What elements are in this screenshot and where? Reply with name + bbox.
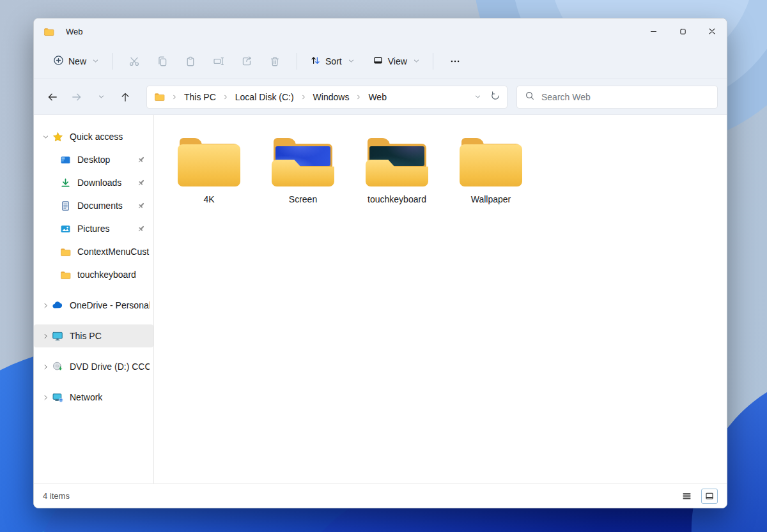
documents-icon	[59, 200, 71, 211]
chevron-down-icon	[348, 56, 355, 66]
sidebar-item-label: Pictures	[77, 224, 133, 234]
details-view-button[interactable]	[678, 489, 695, 504]
thispc-icon	[52, 330, 63, 342]
sidebar-item-label: Documents	[77, 201, 133, 211]
pin-icon	[136, 155, 146, 165]
pictures-icon	[59, 223, 71, 234]
address-folder-icon	[153, 91, 165, 103]
status-bar: 4 items	[34, 483, 727, 508]
new-button[interactable]: New	[48, 51, 104, 72]
address-bar[interactable]: This PCLocal Disk (C:)WindowsWeb	[146, 86, 507, 109]
command-toolbar: New Sort View	[34, 44, 727, 79]
folder-tile-4k[interactable]: 4K	[173, 137, 245, 204]
folder-name: Screen	[289, 194, 317, 204]
address-dropdown-chevron-icon[interactable]	[474, 91, 481, 103]
sidebar-item-label: OneDrive - Personal	[70, 300, 150, 310]
large-icons-view-button[interactable]	[701, 489, 718, 504]
sidebar-item-dvd-drive-d-ccco[interactable]: DVD Drive (D:) CCCO	[34, 355, 153, 378]
up-button[interactable]	[113, 86, 137, 108]
sort-arrows-icon	[310, 55, 321, 68]
maximize-button[interactable]	[668, 19, 697, 44]
folder-tile-screen[interactable]: Screen	[267, 137, 339, 204]
chevron-down-icon	[92, 56, 99, 66]
sidebar-item-onedrive-personal[interactable]: OneDrive - Personal	[34, 294, 153, 317]
address-bar-row: This PCLocal Disk (C:)WindowsWeb	[34, 79, 727, 115]
rename-button[interactable]	[205, 50, 233, 72]
recent-locations-button[interactable]	[89, 86, 113, 108]
folder-contents[interactable]: 4K Screen touchkeyboard Wallpaper	[154, 115, 727, 483]
close-button[interactable]	[697, 19, 727, 44]
sidebar-item-label: Quick access	[70, 132, 150, 142]
folder-name: 4K	[203, 194, 214, 204]
copy-button[interactable]	[148, 50, 176, 72]
titlebar[interactable]: Web	[34, 19, 727, 44]
paste-button[interactable]	[176, 50, 205, 72]
downloads-icon	[59, 177, 71, 188]
dvd-icon	[52, 361, 63, 372]
star-icon	[52, 131, 63, 142]
new-button-label: New	[68, 56, 86, 66]
folder-tile-touchkeyboard[interactable]: touchkeyboard	[361, 137, 433, 204]
window-folder-icon	[43, 26, 54, 37]
more-options-button[interactable]	[441, 50, 469, 72]
folder-icon	[178, 137, 240, 186]
delete-button[interactable]	[261, 50, 289, 72]
breadcrumb-chevron-icon[interactable]	[171, 94, 178, 100]
refresh-button[interactable]	[490, 91, 500, 103]
sidebar-item-desktop[interactable]: Desktop	[34, 148, 153, 171]
minimize-button[interactable]	[639, 19, 668, 44]
pin-icon	[136, 201, 146, 211]
breadcrumb-item[interactable]: This PC	[179, 90, 221, 104]
navigation-pane: Quick access Desktop Downloads Documents…	[34, 115, 154, 483]
expand-chevron-icon[interactable]	[39, 333, 52, 340]
folder-icon	[59, 269, 71, 280]
breadcrumb-item[interactable]: Local Disk (C:)	[230, 90, 299, 104]
folder-icon	[272, 137, 334, 186]
network-icon	[52, 391, 63, 403]
view-layout-icon	[373, 55, 384, 68]
file-explorer-window: Web New Sort View	[33, 18, 727, 508]
sidebar-item-documents[interactable]: Documents	[34, 194, 153, 217]
pin-icon	[136, 224, 146, 234]
onedrive-icon	[52, 300, 63, 311]
sidebar-item-pictures[interactable]: Pictures	[34, 217, 153, 240]
sidebar-item-contextmenucust[interactable]: ContextMenuCust	[34, 240, 153, 263]
forward-button[interactable]	[65, 86, 89, 108]
breadcrumb-chevron-icon[interactable]	[300, 94, 307, 100]
sidebar-item-label: Desktop	[77, 155, 133, 165]
sidebar-item-touchkeyboard[interactable]: touchkeyboard	[34, 263, 153, 286]
breadcrumb-item[interactable]: Windows	[308, 90, 355, 104]
breadcrumb-chevron-icon[interactable]	[222, 94, 229, 100]
sidebar-item-label: touchkeyboard	[77, 270, 150, 280]
breadcrumb: This PCLocal Disk (C:)WindowsWeb	[171, 90, 474, 104]
folder-name: Wallpaper	[471, 194, 511, 204]
sidebar-item-this-pc[interactable]: This PC	[34, 324, 153, 347]
toolbar-divider	[433, 53, 433, 70]
back-button[interactable]	[40, 86, 65, 108]
window-title: Web	[66, 27, 83, 36]
sort-button-label: Sort	[325, 56, 342, 66]
expand-chevron-icon[interactable]	[39, 394, 52, 401]
pin-icon	[136, 178, 146, 188]
expand-chevron-icon[interactable]	[39, 302, 52, 309]
view-button[interactable]: View	[368, 51, 425, 72]
sort-button[interactable]: Sort	[305, 51, 360, 72]
cut-button[interactable]	[120, 50, 148, 72]
search-icon	[525, 91, 535, 103]
sidebar-item-network[interactable]: Network	[34, 386, 153, 409]
toolbar-divider	[112, 53, 112, 70]
sidebar-item-label: Network	[70, 392, 150, 402]
sidebar-item-downloads[interactable]: Downloads	[34, 171, 153, 194]
expand-chevron-icon[interactable]	[39, 363, 52, 370]
window-controls	[639, 19, 727, 44]
expand-chevron-icon[interactable]	[39, 133, 52, 141]
share-button[interactable]	[233, 50, 261, 72]
breadcrumb-item[interactable]: Web	[363, 90, 392, 104]
breadcrumb-chevron-icon[interactable]	[355, 94, 362, 100]
chevron-down-icon	[413, 56, 420, 66]
folder-tile-wallpaper[interactable]: Wallpaper	[455, 137, 527, 204]
sidebar-item-quick-access[interactable]: Quick access	[34, 125, 153, 148]
search-box[interactable]	[516, 86, 718, 109]
search-input[interactable]	[541, 92, 709, 102]
sidebar-item-label: DVD Drive (D:) CCCO	[70, 361, 150, 372]
